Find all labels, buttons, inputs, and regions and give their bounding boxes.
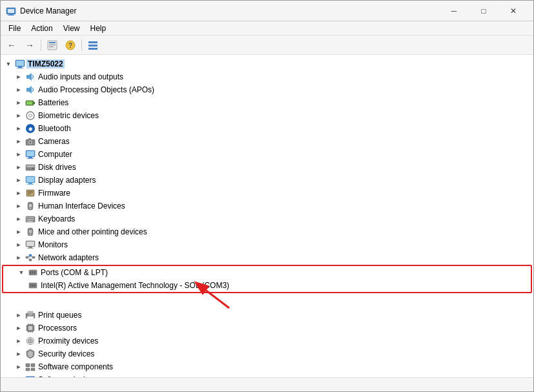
window-title: Device Manager (20, 6, 439, 15)
expander[interactable]: ► (14, 188, 24, 198)
processor-icon (25, 323, 36, 333)
svg-rect-54 (26, 219, 28, 220)
expander[interactable]: ► (14, 227, 24, 237)
expander[interactable]: ► (14, 201, 24, 211)
svg-rect-18 (26, 88, 29, 92)
menu-help[interactable]: Help (85, 23, 112, 34)
hid-label: Human Interface Devices (37, 201, 125, 211)
proximity-icon (25, 336, 36, 346)
list-item[interactable]: ► Security devices (1, 347, 533, 360)
list-item[interactable]: ► Proximity devices (1, 335, 533, 347)
computer-icon (15, 59, 25, 69)
svg-rect-21 (26, 101, 32, 105)
expander[interactable]: ► (14, 362, 24, 372)
proximity-label: Proximity devices (37, 336, 98, 346)
list-item[interactable]: ► Audio Processing Objects (APOs) (1, 83, 533, 96)
software-components-label: Software components (37, 362, 113, 371)
expander[interactable]: ► (14, 123, 24, 134)
ports-label: Ports (COM & LPT) (39, 268, 108, 277)
window-icon (6, 6, 16, 16)
expander[interactable]: ► (14, 110, 24, 121)
list-item[interactable]: ► Biometric devices (1, 109, 533, 122)
ports-item[interactable]: ▼ Ports (COM & LPT) (3, 266, 531, 279)
svg-point-61 (30, 234, 31, 235)
amt-item[interactable]: Intel(R) Active Management Technology - … (3, 279, 531, 292)
item-label: Keyboards (37, 214, 75, 223)
svg-rect-16 (17, 68, 23, 68)
camera-icon (25, 136, 36, 147)
svg-rect-80 (34, 284, 36, 287)
list-item[interactable]: ► Firmware (1, 187, 533, 200)
minimize-button[interactable]: ─ (439, 1, 469, 21)
list-item[interactable]: ► (1, 322, 533, 335)
list-item[interactable]: ► Network adapters (1, 251, 533, 264)
svg-point-48 (30, 208, 31, 209)
expander[interactable]: ► (14, 85, 24, 95)
svg-rect-106 (26, 368, 30, 371)
toolbar-separator-1 (41, 39, 41, 51)
close-button[interactable]: ✕ (498, 1, 528, 21)
title-bar-buttons: ─ □ ✕ (439, 1, 528, 21)
software-components-icon (25, 362, 36, 372)
list-item[interactable]: ► Cameras (1, 135, 533, 148)
svg-rect-38 (26, 177, 34, 182)
expander[interactable]: ► (14, 253, 24, 263)
expander[interactable]: ► (14, 310, 24, 320)
tree-root[interactable]: ▼ TIMZ5022 (1, 57, 533, 70)
list-item[interactable]: ► ⎈ Bluetooth (1, 122, 533, 135)
expander[interactable]: ► (14, 136, 24, 147)
svg-rect-20 (34, 102, 35, 104)
list-item[interactable]: ► Software components (1, 360, 533, 373)
list-item[interactable]: ► Keyboards (1, 212, 533, 225)
list-item[interactable]: ► Human Interface Devices (1, 200, 533, 212)
svg-rect-12 (88, 48, 98, 50)
battery-icon (25, 98, 36, 108)
list-item[interactable]: ► Computer (1, 148, 533, 161)
expander[interactable]: ► (14, 149, 24, 160)
svg-rect-67 (29, 254, 32, 256)
expander[interactable]: ► (14, 323, 24, 333)
item-label: Network adapters (37, 253, 99, 262)
expander[interactable]: ► (14, 336, 24, 346)
menu-view[interactable]: View (58, 23, 85, 34)
svg-rect-17 (26, 75, 29, 79)
properties-button[interactable] (44, 37, 61, 53)
svg-rect-68 (32, 256, 35, 258)
item-label: Cameras (37, 137, 70, 146)
status-bar (1, 377, 533, 391)
root-expander[interactable]: ▼ (3, 59, 14, 69)
menu-file[interactable]: File (3, 23, 26, 34)
list-item[interactable]: ► Print queues (1, 309, 533, 322)
expander[interactable]: ► (14, 214, 24, 224)
tree-view[interactable]: ▼ TIMZ5022 ► (1, 55, 533, 377)
list-item[interactable]: ► Mice and other pointing devices (1, 225, 533, 238)
ports-expander[interactable]: ▼ (16, 267, 26, 278)
expander[interactable]: ► (14, 175, 24, 185)
maximize-button[interactable]: □ (469, 1, 498, 21)
list-item[interactable]: ► Audio inputs and outputs (1, 70, 533, 83)
menu-action[interactable]: Action (26, 23, 57, 34)
list-item[interactable]: ► Display adapters (1, 174, 533, 187)
back-button[interactable]: ← (3, 37, 20, 53)
list-item[interactable]: ► Batteries (1, 96, 533, 109)
svg-rect-14 (16, 61, 24, 66)
svg-rect-5 (49, 42, 56, 43)
list-item[interactable]: ► Disk drives (1, 161, 533, 174)
item-label: Computer (37, 150, 72, 159)
mouse-icon (25, 227, 36, 237)
firmware-icon (25, 188, 36, 198)
view-button[interactable] (85, 37, 101, 53)
svg-rect-32 (27, 158, 34, 159)
expander[interactable]: ► (14, 240, 24, 250)
svg-rect-2 (9, 14, 13, 15)
list-item[interactable]: ► Monitors (1, 238, 533, 251)
expander[interactable]: ► (14, 349, 24, 359)
svg-rect-44 (28, 192, 33, 193)
svg-rect-76 (34, 271, 36, 274)
expander[interactable]: ► (14, 72, 24, 82)
expander[interactable]: ► (14, 162, 24, 172)
help-button[interactable]: ? (62, 37, 79, 53)
expander[interactable]: ► (14, 98, 24, 108)
svg-rect-47 (29, 204, 32, 207)
forward-button[interactable]: → (21, 37, 38, 53)
